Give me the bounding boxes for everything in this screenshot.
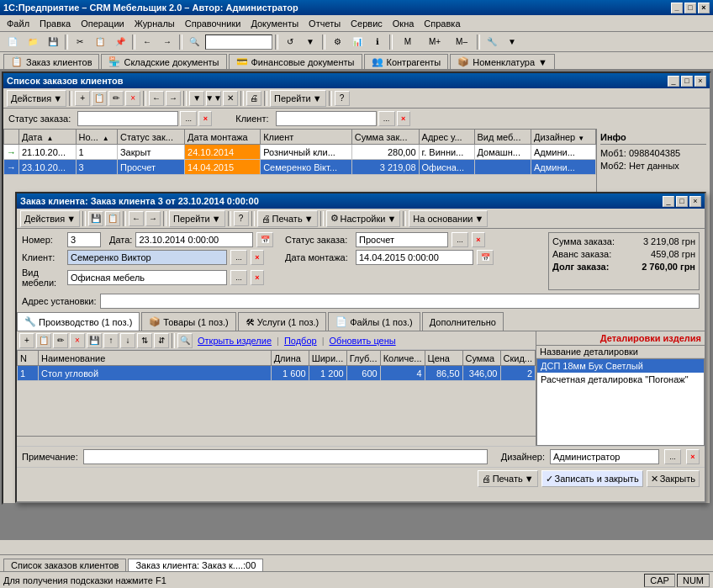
col-address[interactable]: Адрес у... [419, 130, 474, 145]
menu-file[interactable]: Файл [2, 17, 34, 30]
furniture-select-btn[interactable]: ... [230, 270, 247, 285]
client-filter-clear[interactable]: × [397, 111, 410, 126]
menu-service[interactable]: Сервис [346, 17, 388, 30]
toolbar-mminus[interactable]: M– [449, 34, 474, 50]
status-filter-input[interactable] [77, 111, 178, 126]
status-select-btn[interactable]: ... [452, 232, 468, 247]
list-btn-print[interactable]: 🖨 [246, 91, 261, 106]
prod-select-link[interactable]: Подбор [284, 336, 317, 346]
maximize-btn[interactable]: □ [684, 3, 696, 13]
order-btn-next[interactable]: → [145, 211, 161, 226]
prod-btn-sort2[interactable]: ⇵ [154, 333, 169, 348]
number-input[interactable]: 3 [67, 232, 101, 247]
date-picker-btn[interactable]: 📅 [256, 232, 273, 247]
order-save-close-btn[interactable]: ✓ Записать и закрыть [541, 470, 643, 487]
client-filter-input[interactable] [276, 111, 377, 126]
table-row[interactable]: → 23.10.20... 3 Просчет 14.04.2015 Семер… [4, 160, 596, 175]
toolbar-forward[interactable]: → [158, 34, 177, 50]
tab-warehouse[interactable]: 🏪 Складские документы [101, 54, 226, 69]
toolbar-settings[interactable]: ⚙ [328, 34, 346, 50]
toolbar-search[interactable]: 🔍 [185, 34, 203, 50]
list-actions-btn[interactable]: Действия ▼ [7, 90, 66, 107]
col-designer[interactable]: Дизайнер ▼ [531, 130, 596, 145]
tab-goods[interactable]: 📦 Товары (1 поз.) [141, 312, 235, 331]
list-btn-prev[interactable]: ← [149, 91, 164, 106]
col-status[interactable]: Статус зак... [117, 130, 184, 145]
mount-date-picker-btn[interactable]: 📅 [477, 250, 494, 265]
client-clear-btn[interactable]: × [251, 250, 264, 265]
list-goto-btn[interactable]: Перейти ▼ [270, 90, 325, 107]
list-btn-edit[interactable]: ✏ [108, 91, 124, 106]
designer-select-btn[interactable]: ... [664, 449, 681, 464]
prod-btn-sort[interactable]: ⇅ [137, 333, 152, 348]
list-btn-clear-filter[interactable]: ✕ [223, 91, 238, 106]
prod-open-item-link[interactable]: Открыть изделие [198, 336, 272, 346]
toolbar-open[interactable]: 📁 [24, 34, 42, 50]
status-filter-btn[interactable]: ... [180, 111, 197, 126]
detalir-item-2[interactable]: Расчетная деталировка "Погонаж" [537, 373, 704, 386]
client-filter-btn[interactable]: ... [378, 111, 395, 126]
prod-btn-del[interactable]: × [70, 333, 85, 348]
prod-btn-up[interactable]: ↑ [103, 333, 119, 348]
tab-nomenclature[interactable]: 📦 Номенклатура ▼ [450, 54, 555, 69]
list-close[interactable]: × [695, 76, 706, 87]
order-close-btn[interactable]: ✕ Закрыть [647, 470, 700, 487]
col-mountdate[interactable]: Дата монтажа [185, 130, 261, 145]
client-select-btn[interactable]: ... [230, 250, 247, 265]
order-settings-btn[interactable]: ⚙ Настройки ▼ [326, 210, 401, 227]
prod-table-container[interactable]: N Наименование Длина Шири... Глуб... Кол… [17, 350, 536, 436]
order-print-btn[interactable]: 🖨 Печать ▼ [257, 210, 318, 227]
list-btn-help[interactable]: ? [335, 91, 350, 106]
list-minimize[interactable]: _ [668, 76, 679, 87]
list-btn-copy[interactable]: 📋 [92, 91, 107, 106]
toolbar-refresh[interactable]: ↺ [281, 34, 299, 50]
prod-update-prices-link[interactable]: Обновить цены [330, 336, 396, 346]
order-close-x[interactable]: × [689, 196, 701, 207]
address-input[interactable] [100, 294, 700, 309]
order-btn-save[interactable]: 💾 [88, 211, 103, 226]
order-minimize[interactable]: _ [663, 196, 674, 207]
order-goto-btn[interactable]: Перейти ▼ [169, 210, 224, 227]
toolbar-back[interactable]: ← [138, 34, 156, 50]
col-date-val[interactable]: Дата ▲ [19, 130, 77, 145]
prod-row[interactable]: 1 Стол угловой 1 600 1 200 600 4 86,50 3… [18, 366, 536, 381]
designer-clear-btn[interactable]: × [686, 449, 700, 464]
prod-btn-down[interactable]: ↓ [120, 333, 135, 348]
status-input[interactable]: Просчет [356, 232, 448, 247]
toolbar-filter[interactable]: ▼ [301, 34, 320, 50]
prod-btn-edit[interactable]: ✏ [53, 333, 68, 348]
table-row[interactable]: → 21.10.20... 1 Закрыт 24.10.2014 Рознич… [4, 145, 596, 160]
tab-additional[interactable]: Дополнительно [422, 312, 504, 331]
toolbar-save[interactable]: 💾 [44, 34, 62, 50]
toolbar-m[interactable]: M [395, 34, 420, 50]
toolbar-report[interactable]: 📊 [348, 34, 367, 50]
menu-edit[interactable]: Правка [34, 17, 76, 30]
minimize-btn[interactable]: _ [671, 3, 683, 13]
toolbar-new[interactable]: 📄 [3, 34, 22, 50]
tab-counteragents[interactable]: 👥 Контрагенты [364, 54, 449, 69]
menu-operations[interactable]: Операции [76, 17, 129, 30]
tab-files[interactable]: 📄 Файлы (1 поз.) [328, 312, 420, 331]
toolbar-dropdown[interactable]: ▼ [503, 34, 521, 50]
tab-production[interactable]: 🔧 Производство (1 поз.) [17, 312, 140, 331]
designer-input[interactable]: Администратор [550, 449, 659, 464]
col-type[interactable]: Вид меб... [474, 130, 531, 145]
prod-btn-search[interactable]: 🔍 [177, 333, 193, 348]
toolbar-paste[interactable]: 📌 [111, 34, 129, 50]
close-btn-app[interactable]: × [698, 3, 710, 13]
tab-orders[interactable]: 📋 Заказ клиентов [3, 54, 99, 69]
status-clear-btn[interactable]: × [472, 232, 485, 247]
list-btn-filter2[interactable]: ▼▼ [206, 91, 221, 106]
menu-journals[interactable]: Журналы [129, 17, 180, 30]
list-maximize[interactable]: □ [681, 76, 693, 87]
menu-windows[interactable]: Окна [388, 17, 420, 30]
search-box[interactable] [205, 34, 272, 50]
order-maximize[interactable]: □ [676, 196, 688, 207]
prod-btn-add[interactable]: + [19, 333, 34, 348]
tab-finance[interactable]: 💳 Финансовые документы [229, 54, 362, 69]
toolbar-cut[interactable]: ✂ [71, 34, 89, 50]
prod-scrollbar-h[interactable] [17, 436, 536, 446]
toolbar-extra[interactable]: 🔧 [483, 34, 501, 50]
furniture-input[interactable]: Офисная мебель [67, 270, 227, 285]
prod-btn-copy[interactable]: 📋 [36, 333, 51, 348]
